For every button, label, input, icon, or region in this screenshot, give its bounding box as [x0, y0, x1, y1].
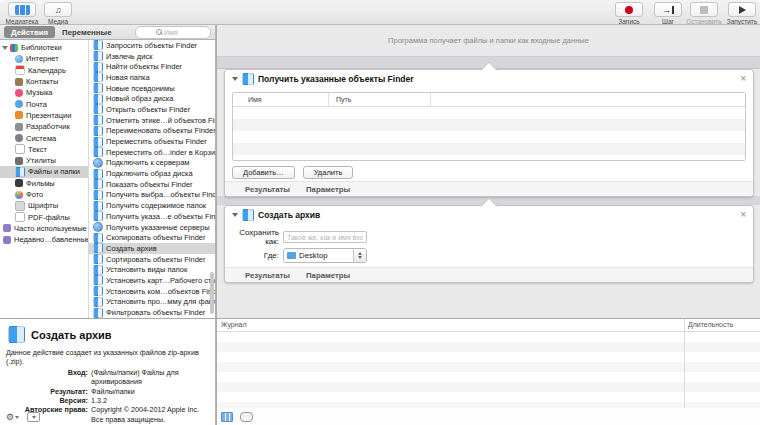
- disclosure-triangle-icon[interactable]: [232, 77, 238, 81]
- sidebar-item[interactable]: Календарь: [0, 65, 88, 76]
- disclosure-triangle-icon[interactable]: [232, 213, 238, 217]
- actions-scrollbar-thumb[interactable]: [210, 272, 214, 314]
- sidebar-item[interactable]: Контакты: [0, 76, 88, 87]
- sidebar-item[interactable]: Текст: [0, 144, 88, 155]
- step-icon: →: [654, 2, 682, 17]
- action-list-item[interactable]: Получить указанные серверы: [89, 222, 215, 233]
- sidebar-item[interactable]: Фильмы: [0, 178, 88, 189]
- log-view-icon[interactable]: [221, 412, 233, 422]
- block-footer-link[interactable]: Результаты: [245, 185, 290, 194]
- description-header: Создать архив: [0, 319, 215, 343]
- record-icon: [615, 2, 643, 17]
- tab-variables[interactable]: Переменные: [62, 28, 111, 37]
- action-item-icon: [93, 233, 103, 243]
- step-button[interactable]: → Шаг: [650, 2, 686, 25]
- search-field[interactable]: [135, 26, 211, 39]
- clear-log-icon[interactable]: [240, 412, 253, 422]
- action-list-item[interactable]: Создать архив: [89, 243, 215, 254]
- sidebar-item-icon: [15, 100, 23, 108]
- action-list-item[interactable]: Установить карт…Рабочего стола: [89, 275, 215, 286]
- action-list-item[interactable]: Сортировать объекты Finder: [89, 254, 215, 265]
- tab-actions[interactable]: Действия: [4, 26, 55, 38]
- media-label: Медиа: [48, 18, 68, 25]
- action-block-header[interactable]: Получить указанные объекты Finder ×: [225, 70, 753, 87]
- gear-menu-button[interactable]: ⚙: [6, 413, 19, 422]
- table-action-button[interactable]: Удалить: [303, 166, 354, 179]
- close-icon[interactable]: ×: [740, 74, 746, 84]
- action-list-item[interactable]: Показать объекты Finder: [89, 179, 215, 190]
- stop-button[interactable]: Остановить: [686, 2, 722, 25]
- where-popup[interactable]: Desktop: [283, 248, 367, 263]
- sidebar-item[interactable]: Почта: [0, 98, 88, 109]
- action-list-item[interactable]: Извлечь диск: [89, 51, 215, 62]
- run-icon: [728, 2, 756, 17]
- action-list-item[interactable]: Получить выбра…объекты Finder: [89, 190, 215, 201]
- block-footer-link[interactable]: Результаты: [245, 271, 290, 280]
- sidebar-item[interactable]: Презентации: [0, 110, 88, 121]
- sidebar-item[interactable]: Недавно…бавленные: [0, 234, 88, 245]
- action-list-item[interactable]: Получить содержимое папок: [89, 200, 215, 211]
- sidebar-item-label: Календарь: [28, 66, 66, 75]
- disclosure-triangle-icon[interactable]: [2, 46, 8, 50]
- sidebar-item[interactable]: PDF-файлы: [0, 211, 88, 222]
- description-field-label: Результат:: [0, 387, 91, 396]
- action-list-item[interactable]: Открыть объекты Finder: [89, 104, 215, 115]
- media-button[interactable]: ♫ Медиа: [40, 2, 76, 25]
- action-item-icon: [93, 179, 103, 189]
- sidebar-item[interactable]: Библиотеки: [0, 42, 88, 53]
- action-list-item[interactable]: Новый образ диска: [89, 93, 215, 104]
- gear-icon: ⚙: [6, 413, 14, 422]
- panel-chevron-icon: [32, 416, 36, 419]
- table-buttons: Добавить… Удалить: [232, 166, 746, 179]
- sidebar-item[interactable]: Разработчик: [0, 121, 88, 132]
- record-button[interactable]: Запись: [611, 2, 647, 25]
- column-header-path[interactable]: Путь: [329, 93, 431, 106]
- action-list-item[interactable]: Фильтровать объекты Finder: [89, 307, 215, 318]
- items-table[interactable]: Имя Путь: [232, 92, 746, 161]
- sidebar-item[interactable]: Файлы и папки: [0, 166, 88, 177]
- close-icon[interactable]: ×: [740, 210, 746, 220]
- action-list-item[interactable]: Новые псевдонимы: [89, 83, 215, 94]
- popup-arrows-icon: [353, 249, 366, 262]
- action-list-item[interactable]: Подключить к серверам: [89, 158, 215, 169]
- action-list-item[interactable]: Скопировать объекты Finder: [89, 232, 215, 243]
- run-button[interactable]: Запустить: [724, 2, 760, 25]
- block-footer-link[interactable]: Параметры: [306, 271, 350, 280]
- action-list-item[interactable]: Отметить этике…й объектов Finder: [89, 115, 215, 126]
- where-value: Desktop: [299, 251, 328, 260]
- action-list-item[interactable]: Установить про…мму для файлов: [89, 297, 215, 308]
- action-block-create-archive: Создать архив × Сохранить как: Где: Desk…: [224, 205, 754, 283]
- sidebar-item[interactable]: Часто используемые: [0, 223, 88, 234]
- action-list-item[interactable]: Найти объекты Finder: [89, 61, 215, 72]
- block-footer-link[interactable]: Параметры: [306, 185, 350, 194]
- record-label: Запись: [618, 18, 639, 25]
- sidebar-item[interactable]: Музыка: [0, 87, 88, 98]
- action-list-item[interactable]: Переименовать объекты Finder: [89, 126, 215, 137]
- action-list-item[interactable]: Переместить об…inder в Корзину: [89, 147, 215, 158]
- table-action-button[interactable]: Добавить…: [232, 166, 295, 179]
- action-list-item[interactable]: Подключить образ диска: [89, 168, 215, 179]
- items-table-body[interactable]: [233, 107, 745, 160]
- log-body[interactable]: [217, 332, 760, 408]
- action-list-item[interactable]: Установить виды папок: [89, 264, 215, 275]
- log-column-journal[interactable]: Журнал: [221, 321, 247, 328]
- action-list-item[interactable]: Установить ком…объектов Finder: [89, 286, 215, 297]
- save-as-field[interactable]: [283, 231, 367, 243]
- sidebar-item[interactable]: Фото: [0, 189, 88, 200]
- panel-toggle-button[interactable]: [27, 412, 40, 422]
- sidebar-item[interactable]: Утилиты: [0, 155, 88, 166]
- media-library-button[interactable]: Медиатека: [4, 2, 40, 25]
- action-list-item[interactable]: Переместить объекты Finder: [89, 136, 215, 147]
- action-item-icon: [93, 297, 103, 307]
- sidebar-item-icon: [15, 179, 23, 187]
- sidebar-item[interactable]: Интернет: [0, 53, 88, 64]
- sidebar-item[interactable]: Система: [0, 132, 88, 143]
- action-block-header[interactable]: Создать архив ×: [225, 206, 753, 223]
- action-list-item[interactable]: Получить указа…е объекты Finder: [89, 211, 215, 222]
- action-list-item[interactable]: Новая папка: [89, 72, 215, 83]
- column-header-name[interactable]: Имя: [233, 93, 329, 106]
- log-column-duration[interactable]: Длительность: [688, 321, 733, 328]
- sidebar-item[interactable]: Шрифты: [0, 200, 88, 211]
- search-input[interactable]: [164, 29, 190, 36]
- action-list-item[interactable]: Запросить объекты Finder: [89, 40, 215, 51]
